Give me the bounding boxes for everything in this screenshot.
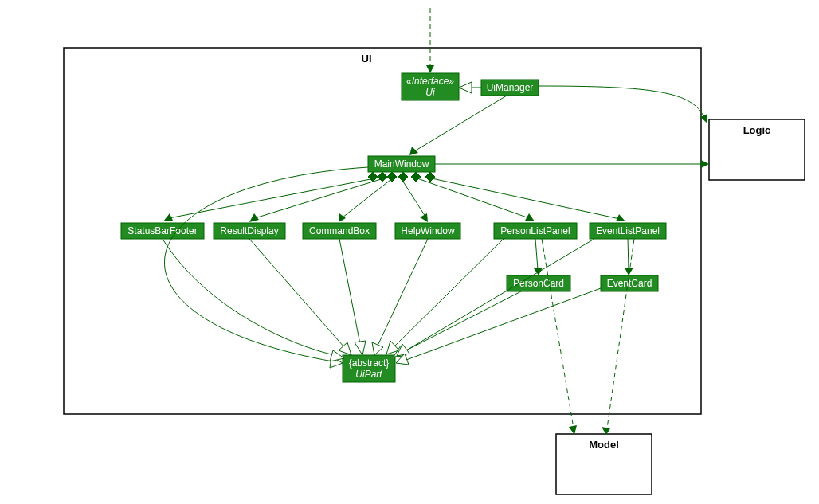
- class-status-bar-footer: StatusBarFooter: [121, 223, 204, 239]
- person-list-panel-label: PersonListPanel: [500, 225, 570, 236]
- svg-marker-18: [701, 160, 709, 168]
- svg-marker-42: [569, 425, 577, 435]
- ui-part-stereotype: {abstract}: [349, 357, 390, 369]
- model-label: Model: [589, 439, 619, 451]
- class-ui-manager: UiManager: [481, 80, 539, 96]
- class-help-window: HelpWindow: [395, 223, 460, 239]
- class-result-display: ResultDisplay: [214, 223, 285, 239]
- result-display-label: ResultDisplay: [220, 225, 278, 236]
- ui-manager-label: UiManager: [487, 82, 534, 93]
- class-command-box: CommandBox: [303, 223, 376, 239]
- class-event-list-panel: EventListPanel: [590, 223, 666, 239]
- class-person-card: PersonCard: [507, 275, 570, 291]
- ui-part-name: UiPart: [355, 369, 382, 380]
- logic-label: Logic: [743, 124, 771, 136]
- command-box-label: CommandBox: [309, 225, 370, 236]
- package-title: UI: [362, 53, 372, 64]
- status-bar-footer-label: StatusBarFooter: [127, 225, 197, 236]
- person-card-label: PersonCard: [513, 278, 564, 289]
- class-main-window: MainWindow: [368, 156, 435, 172]
- event-list-panel-label: EventListPanel: [596, 225, 660, 236]
- model-box: Model: [556, 434, 652, 494]
- class-event-card: EventCard: [601, 275, 658, 291]
- interface-stereotype: «Interface»: [406, 76, 454, 87]
- main-window-label: MainWindow: [374, 158, 429, 170]
- class-ui-part: {abstract} UiPart: [343, 355, 395, 382]
- class-interface-ui: «Interface» Ui: [402, 73, 459, 100]
- help-window-label: HelpWindow: [401, 225, 455, 236]
- class-person-list-panel: PersonListPanel: [494, 223, 577, 239]
- interface-name: Ui: [425, 87, 435, 98]
- logic-box: Logic: [709, 119, 805, 180]
- event-card-label: EventCard: [607, 278, 652, 289]
